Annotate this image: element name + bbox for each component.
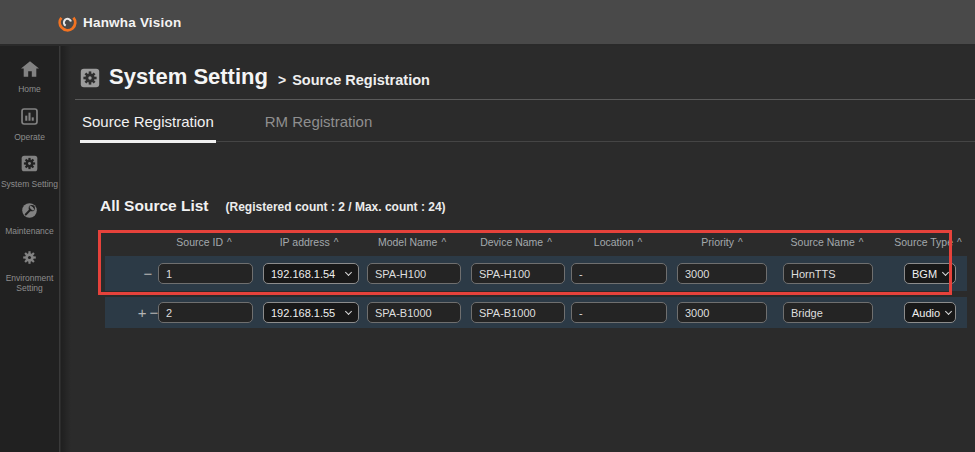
- sort-caret-icon: ^: [859, 237, 864, 248]
- table-row: + − 192.168.1.55 Audio: [105, 297, 967, 328]
- column-header-device-name[interactable]: Device Name^: [480, 236, 552, 248]
- chevron-down-icon: [345, 268, 352, 275]
- column-header-source-id[interactable]: Source ID^: [176, 236, 231, 248]
- ip-address-value: 192.168.1.54: [271, 268, 335, 280]
- page-header: System Setting > Source Registration: [80, 64, 430, 90]
- brand-text: Hanwha Vision: [83, 15, 181, 30]
- sidebar-item-label: Environment Setting: [1, 273, 59, 293]
- column-label: Source Type: [894, 236, 953, 248]
- list-title: All Source List: [100, 197, 209, 215]
- location-input[interactable]: [571, 263, 667, 284]
- remove-row-button[interactable]: −: [143, 266, 154, 281]
- app-window: Hanwha Vision Home Operate: [0, 0, 975, 452]
- sort-caret-icon: ^: [227, 237, 232, 248]
- tab-bar: Source Registration RM Registration: [80, 113, 975, 142]
- source-name-input[interactable]: [783, 302, 873, 323]
- home-icon: [21, 61, 39, 81]
- source-type-select[interactable]: BGM: [904, 263, 956, 284]
- registered-count: (Registered count : 2 / Max. count : 24): [226, 200, 446, 214]
- priority-input[interactable]: [677, 263, 767, 284]
- breadcrumb: Source Registration: [292, 72, 430, 88]
- wrench-circle-icon: [21, 202, 38, 223]
- model-name-input[interactable]: [367, 302, 461, 323]
- sidebar-item-label: Operate: [1, 132, 59, 142]
- list-title-row: All Source List (Registered count : 2 / …: [100, 197, 446, 215]
- chevron-down-icon: [942, 268, 949, 275]
- chevron-down-icon: [345, 307, 352, 314]
- tab-source-registration[interactable]: Source Registration: [80, 113, 216, 143]
- sort-caret-icon: ^: [738, 237, 743, 248]
- column-header-location[interactable]: Location^: [594, 236, 642, 248]
- model-name-input[interactable]: [367, 263, 461, 284]
- source-type-select[interactable]: Audio: [904, 302, 956, 323]
- column-label: Priority: [701, 236, 734, 248]
- sort-caret-icon: ^: [441, 237, 446, 248]
- column-label: Model Name: [378, 236, 438, 248]
- column-label: Source Name: [791, 236, 855, 248]
- ip-address-select[interactable]: 192.168.1.55: [263, 302, 359, 323]
- breadcrumb-separator: >: [278, 72, 286, 88]
- column-header-source-type[interactable]: Source Type^: [894, 236, 961, 248]
- column-header-source-name[interactable]: Source Name^: [791, 236, 864, 248]
- top-bar: Hanwha Vision: [0, 0, 975, 46]
- sidebar-item-operate[interactable]: Operate: [0, 106, 60, 153]
- header-divider: [75, 99, 975, 100]
- priority-input[interactable]: [677, 302, 767, 323]
- sidebar-item-label: Maintenance: [1, 226, 59, 236]
- bar-chart-icon: [21, 108, 38, 129]
- location-input[interactable]: [571, 302, 667, 323]
- column-header-priority[interactable]: Priority^: [701, 236, 742, 248]
- source-name-input[interactable]: [783, 263, 873, 284]
- column-label: Device Name: [480, 236, 543, 248]
- sort-caret-icon: ^: [638, 237, 643, 248]
- source-type-value: Audio: [912, 307, 940, 319]
- column-header-model-name[interactable]: Model Name^: [378, 236, 446, 248]
- hanwha-swirl-icon: [57, 12, 78, 33]
- brand-logo[interactable]: Hanwha Vision: [57, 12, 181, 33]
- source-id-input[interactable]: [158, 302, 253, 323]
- sort-caret-icon: ^: [547, 237, 552, 248]
- table-header-row: Source ID^ IP address^ Model Name^ Devic…: [0, 236, 975, 254]
- column-header-ip-address[interactable]: IP address^: [280, 236, 339, 248]
- column-label: Source ID: [176, 236, 223, 248]
- tab-rm-registration[interactable]: RM Registration: [263, 113, 375, 141]
- column-label: IP address: [280, 236, 330, 248]
- page-title: System Setting: [109, 64, 268, 90]
- sidebar-item-label: Home: [1, 84, 59, 94]
- device-name-input[interactable]: [471, 263, 565, 284]
- device-name-input[interactable]: [471, 302, 565, 323]
- sidebar-item-label: System Setting: [1, 179, 59, 189]
- sidebar-item-home[interactable]: Home: [0, 59, 60, 106]
- source-id-input[interactable]: [158, 263, 253, 284]
- add-row-button[interactable]: +: [137, 305, 148, 320]
- sort-caret-icon: ^: [334, 237, 339, 248]
- gear-square-icon: [80, 68, 100, 88]
- gear-square-icon: [21, 155, 38, 176]
- column-label: Location: [594, 236, 634, 248]
- source-type-value: BGM: [912, 268, 937, 280]
- sidebar-item-system-setting[interactable]: System Setting: [0, 153, 60, 200]
- sidebar-item-environment-setting[interactable]: Environment Setting: [0, 247, 60, 294]
- ip-address-value: 192.168.1.55: [271, 307, 335, 319]
- sort-caret-icon: ^: [957, 237, 962, 248]
- ip-address-select[interactable]: 192.168.1.54: [263, 263, 359, 284]
- table-row: − 192.168.1.54 BGM: [105, 256, 967, 291]
- chevron-down-icon: [945, 307, 952, 314]
